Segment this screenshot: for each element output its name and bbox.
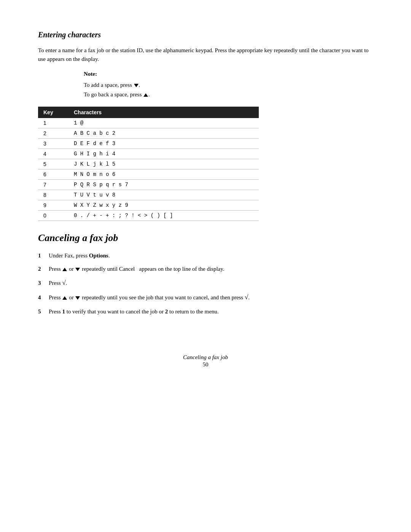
arrow-up-icon-2 <box>62 268 67 271</box>
arrow-down-icon-2 <box>75 268 80 271</box>
table-cell-characters: G H I g h i 4 <box>68 149 259 159</box>
table-header-key: Key <box>38 107 68 118</box>
step-2: 2 Press or repeatedly until Cancel appea… <box>38 265 373 273</box>
step-5-bold-2: 2 <box>165 308 168 315</box>
table-header-characters: Characters <box>68 107 259 118</box>
step-3-num: 3 <box>38 279 49 288</box>
step-1-text: Under Fax, press Options. <box>49 251 373 260</box>
arrow-down-icon-3 <box>75 296 80 300</box>
step-4-text: Press or repeatedly until you see the jo… <box>49 292 373 302</box>
step-5: 5 Press 1 to verify that you want to can… <box>38 307 373 316</box>
step-3-text: Press √. <box>49 278 373 288</box>
footer-text: Canceling a fax job <box>38 354 373 361</box>
checkmark-icon-1: √ <box>62 279 65 286</box>
step-3: 3 Press √. <box>38 278 373 288</box>
table-cell-key: 9 <box>38 200 68 210</box>
step-2-text: Press or repeatedly until Cancel appears… <box>49 265 373 273</box>
table-row: 00 . / + - + : ; ? ! < > ( ) [ ] <box>38 210 259 220</box>
table-cell-key: 7 <box>38 179 68 190</box>
table-row: 11 @ <box>38 118 259 128</box>
note-block: Note: To add a space, press . To go back… <box>84 71 373 100</box>
step-5-bold-1: 1 <box>62 308 65 315</box>
arrow-down-icon <box>134 84 139 87</box>
footer: Canceling a fax job 50 <box>38 354 373 368</box>
table-row: 6M N O m n o 6 <box>38 169 259 179</box>
table-cell-key: 6 <box>38 169 68 179</box>
table-cell-characters: 0 . / + - + : ; ? ! < > ( ) [ ] <box>68 210 259 220</box>
note-line-1: To add a space, press . <box>84 80 373 90</box>
table-cell-key: 0 <box>38 210 68 220</box>
table-cell-key: 1 <box>38 118 68 128</box>
options-bold: Options <box>89 252 108 259</box>
table-row: 5J K L j k l 5 <box>38 159 259 169</box>
entering-characters-section: Entering characters To enter a name for … <box>38 30 373 221</box>
table-cell-key: 4 <box>38 149 68 159</box>
step-5-num: 5 <box>38 307 49 316</box>
arrow-up-icon <box>143 93 148 97</box>
checkmark-icon-2: √ <box>245 294 248 301</box>
entering-characters-body: To enter a name for a fax job or the sta… <box>38 46 373 64</box>
entering-characters-heading: Entering characters <box>38 30 373 39</box>
table-cell-key: 2 <box>38 128 68 138</box>
note-line-2: To go back a space, press . <box>84 90 373 100</box>
table-cell-characters: P Q R S p q r s 7 <box>68 179 259 190</box>
table-cell-key: 8 <box>38 190 68 200</box>
step-1: 1 Under Fax, press Options. <box>38 251 373 260</box>
step-1-num: 1 <box>38 251 49 260</box>
table-cell-characters: T U V t u v 8 <box>68 190 259 200</box>
step-2-num: 2 <box>38 265 49 273</box>
table-cell-characters: 1 @ <box>68 118 259 128</box>
table-cell-characters: W X Y Z w x y z 9 <box>68 200 259 210</box>
table-cell-characters: D E F d e f 3 <box>68 138 259 149</box>
step-4-num: 4 <box>38 293 49 302</box>
table-cell-key: 3 <box>38 138 68 149</box>
table-row: 9W X Y Z w x y z 9 <box>38 200 259 210</box>
note-label: Note: <box>84 71 373 77</box>
table-row: 8T U V t u v 8 <box>38 190 259 200</box>
canceling-fax-job-heading: Canceling a fax job <box>38 232 373 244</box>
table-cell-characters: J K L j k l 5 <box>68 159 259 169</box>
steps-list: 1 Under Fax, press Options. 2 Press or r… <box>38 251 373 316</box>
table-row: 2A B C a b c 2 <box>38 128 259 138</box>
table-row: 4G H I g h i 4 <box>38 149 259 159</box>
step-4: 4 Press or repeatedly until you see the … <box>38 292 373 302</box>
table-cell-key: 5 <box>38 159 68 169</box>
character-table: Key Characters 11 @2A B C a b c 23D E F … <box>38 107 259 221</box>
footer-page-number: 50 <box>38 361 373 368</box>
step-5-text: Press 1 to verify that you want to cance… <box>49 307 373 316</box>
table-row: 3D E F d e f 3 <box>38 138 259 149</box>
canceling-fax-job-section: Canceling a fax job 1 Under Fax, press O… <box>38 232 373 316</box>
table-row: 7P Q R S p q r s 7 <box>38 179 259 190</box>
table-cell-characters: A B C a b c 2 <box>68 128 259 138</box>
table-cell-characters: M N O m n o 6 <box>68 169 259 179</box>
arrow-up-icon-3 <box>62 296 67 300</box>
